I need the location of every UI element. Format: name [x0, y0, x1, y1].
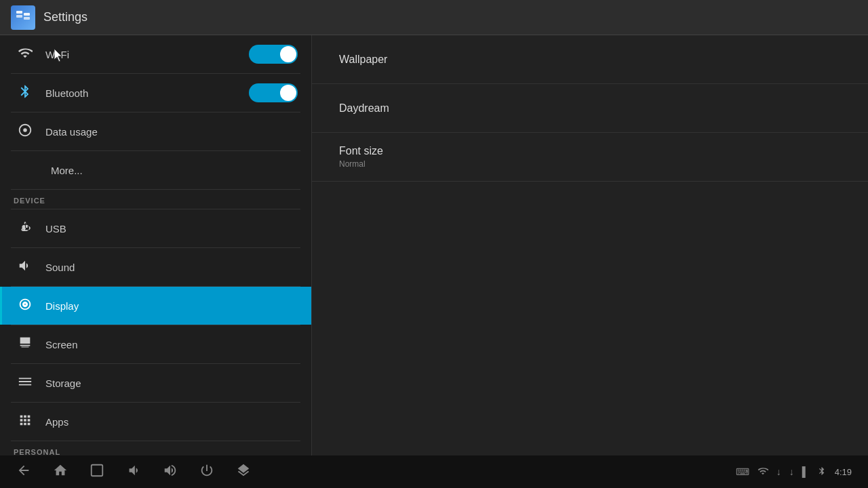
sidebar-item-sound[interactable]: Sound: [0, 248, 311, 286]
apps-label: Apps: [45, 416, 298, 428]
daydream-title: Daydream: [339, 102, 841, 115]
storage-icon: [16, 374, 35, 392]
home-button[interactable]: [53, 463, 68, 481]
storage-label: Storage: [45, 378, 298, 389]
svg-point-4: [23, 128, 27, 132]
more-label: More...: [51, 165, 298, 176]
keyboard-icon: ⌨: [736, 466, 749, 477]
svg-rect-2: [24, 13, 30, 16]
sidebar-item-wifi[interactable]: Wi-Fi ON: [0, 35, 311, 73]
sidebar-item-storage[interactable]: Storage: [0, 364, 311, 402]
sidebar-item-apps[interactable]: Apps: [0, 403, 311, 441]
bottom-nav: [16, 463, 251, 481]
sound-label: Sound: [45, 262, 298, 273]
wallpaper-title: Wallpaper: [339, 54, 841, 66]
power-button[interactable]: [199, 463, 214, 481]
download-icon-1: ↓: [776, 466, 781, 477]
display-icon: [16, 297, 35, 315]
wifi-toggle-container[interactable]: ON: [249, 45, 298, 64]
data-usage-icon: [16, 123, 35, 141]
sidebar-item-screen[interactable]: Screen: [0, 325, 311, 363]
content-item-daydream[interactable]: Daydream: [312, 84, 868, 133]
page-title: Settings: [43, 10, 87, 24]
wifi-label: Wi-Fi: [45, 49, 249, 60]
content-pane: Wallpaper Daydream Font size Normal: [312, 35, 868, 455]
content-item-wallpaper[interactable]: Wallpaper: [312, 35, 868, 84]
screen-label: Screen: [45, 339, 298, 350]
wifi-toggle[interactable]: ON: [249, 45, 298, 64]
display-label: Display: [45, 300, 298, 312]
usb-icon: [16, 220, 35, 238]
main-layout: Wi-Fi ON Bluetooth ON: [0, 35, 868, 455]
wifi-status-icon: [757, 466, 768, 479]
bluetooth-toggle-container[interactable]: ON: [249, 83, 298, 102]
bluetooth-label: Bluetooth: [45, 87, 249, 99]
sidebar-item-data-usage[interactable]: Data usage: [0, 113, 311, 150]
wifi-toggle-thumb: [280, 46, 296, 62]
svg-rect-5: [92, 464, 103, 476]
app-icon: [11, 5, 35, 30]
sidebar-item-usb[interactable]: USB: [0, 209, 311, 247]
data-usage-label: Data usage: [45, 126, 298, 138]
svg-rect-1: [16, 15, 22, 18]
wifi-icon: [16, 45, 35, 64]
sidebar-item-bluetooth[interactable]: Bluetooth ON: [0, 74, 311, 112]
font-size-subtitle: Normal: [339, 159, 841, 169]
bluetooth-icon: [16, 84, 35, 102]
signal-icon: ▌: [802, 466, 809, 477]
sidebar: Wi-Fi ON Bluetooth ON: [0, 35, 312, 455]
sidebar-item-more[interactable]: More...: [0, 151, 311, 189]
usb-label: USB: [45, 223, 298, 235]
personal-section-label: PERSONAL: [0, 441, 311, 455]
bottom-bar: ⌨ ↓ ↓ ▌ 4:19: [0, 455, 868, 488]
back-button[interactable]: [16, 463, 31, 481]
volume-down-button[interactable]: [126, 463, 141, 481]
bluetooth-toggle[interactable]: ON: [249, 83, 298, 102]
status-time: 4:19: [835, 467, 852, 477]
screen-icon: [16, 336, 35, 354]
svg-rect-3: [24, 17, 30, 20]
apps-icon: [16, 413, 35, 431]
device-section-label: DEVICE: [0, 190, 311, 209]
font-size-title: Font size: [339, 145, 841, 157]
recents-button[interactable]: [90, 463, 104, 481]
bluetooth-status-icon: [817, 466, 827, 478]
sound-icon: [16, 258, 35, 277]
download-icon-2: ↓: [789, 466, 794, 477]
status-bar: ⌨ ↓ ↓ ▌ 4:19: [736, 466, 852, 479]
sidebar-item-display[interactable]: Display: [0, 287, 311, 325]
svg-rect-0: [16, 11, 22, 14]
layers-button[interactable]: [236, 463, 251, 481]
content-item-font-size[interactable]: Font size Normal: [312, 133, 868, 182]
title-bar: Settings: [0, 0, 868, 35]
bluetooth-toggle-thumb: [280, 85, 296, 101]
volume-up-button[interactable]: [163, 463, 178, 481]
